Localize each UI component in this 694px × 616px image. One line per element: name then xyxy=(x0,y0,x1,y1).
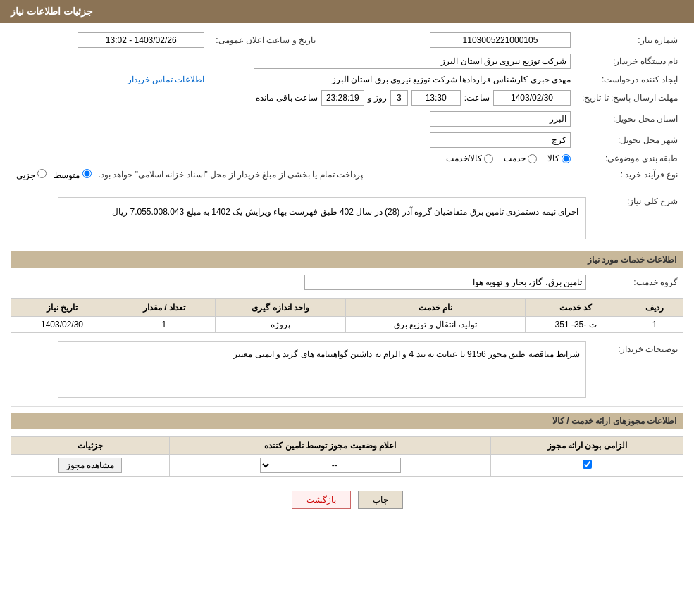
response-days-label: روز و xyxy=(368,93,387,103)
need-description-label: شرح کلی نیاز: xyxy=(592,191,683,246)
response-date-input[interactable] xyxy=(493,90,571,106)
row-buyer-notes: توضیحات خریدار: xyxy=(11,339,683,403)
col-license-status: اعلام وضعیت مجوز توسط نامین کننده xyxy=(170,437,491,455)
creator-text: مهدی خبری کارشناس قراردادها شرکت توزیع ن… xyxy=(332,75,571,84)
creator-label: ایجاد کننده درخواست: xyxy=(576,72,683,87)
service-row-num: 1 xyxy=(626,317,683,333)
services-table-body: 1 ت -35- 351 تولید، انتقال و توزیع برق پ… xyxy=(11,317,683,333)
category-radio-group: کالا/خدمت خدمت کالا xyxy=(16,153,571,163)
buyer-org-label: نام دستگاه خریدار: xyxy=(576,51,683,72)
response-deadline-row: ساعت: 3 روز و 23:28:19 ساعت باقی مانده xyxy=(16,90,571,106)
buyer-notes-textarea[interactable] xyxy=(58,341,586,398)
service-date: 1403/02/30 xyxy=(11,317,113,333)
license-table-body: -- مشاهده مجوز xyxy=(11,455,683,477)
row-delivery-province: استان محل تحویل: xyxy=(11,108,683,130)
col-service-code: کد خدمت xyxy=(526,299,626,317)
buyer-notes-label: توضیحات خریدار: xyxy=(592,339,683,403)
response-days-value: 3 xyxy=(390,90,408,106)
service-row-1: 1 ت -35- 351 تولید، انتقال و توزیع برق پ… xyxy=(11,317,683,333)
print-button[interactable]: چاپ xyxy=(358,491,403,509)
view-license-button[interactable]: مشاهده مجوز xyxy=(58,458,122,473)
buyer-org-value xyxy=(11,51,576,72)
announcement-date-input[interactable] xyxy=(78,32,204,48)
licenses-section-header: اطلاعات مجوزهای ارائه خدمت / کالا xyxy=(11,413,683,429)
process-type-radio-mutavasit[interactable] xyxy=(82,169,92,178)
page-title: جزئیات اطلاعات نیاز xyxy=(11,6,93,17)
main-info-table: شماره نیاز: تاریخ و ساعت اعلان عمومی: نا… xyxy=(11,30,683,183)
page-header: جزئیات اطلاعات نیاز xyxy=(0,0,694,23)
license-required-cell xyxy=(491,455,683,477)
footer-buttons: چاپ بازگشت xyxy=(11,491,683,509)
response-countdown-suffix: ساعت باقی مانده xyxy=(256,93,318,103)
service-group-input[interactable] xyxy=(304,275,586,290)
license-table: الزامی بودن ارائه مجوز اعلام وضعیت مجوز … xyxy=(11,436,683,477)
col-quantity: تعداد / مقدار xyxy=(113,299,216,317)
service-quantity: 1 xyxy=(113,317,216,333)
buyer-org-input[interactable] xyxy=(254,54,571,69)
buyer-notes-table: توضیحات خریدار: xyxy=(11,339,683,403)
need-number-value xyxy=(357,30,576,51)
need-number-input[interactable] xyxy=(430,32,571,48)
license-status-cell: -- xyxy=(170,455,491,477)
col-row-num: ردیف xyxy=(626,299,683,317)
announcement-date-label: تاریخ و ساعت اعلان عمومی: xyxy=(210,30,321,51)
page-wrapper: جزئیات اطلاعات نیاز شماره نیاز: تاریخ و … xyxy=(0,0,694,616)
response-time-label: ساعت: xyxy=(464,93,490,103)
category-label: طبقه بندی موضوعی: xyxy=(576,151,683,166)
delivery-province-label: استان محل تحویل: xyxy=(576,108,683,130)
delivery-city-label: شهر محل تحویل: xyxy=(576,130,683,151)
creator-contact-link[interactable]: اطلاعات تماس خریدار xyxy=(128,75,205,84)
service-group-table: گروه خدمت: xyxy=(11,272,683,293)
category-option-khadamat[interactable]: خدمت xyxy=(504,153,537,163)
row-process-type: نوع فرآیند خرید : پرداخت تمام یا بخشی از… xyxy=(11,166,683,183)
response-countdown: 23:28:19 xyxy=(321,90,364,106)
row-category: طبقه بندی موضوعی: کالا/خدمت خدمت xyxy=(11,151,683,166)
license-table-head: الزامی بودن ارائه مجوز اعلام وضعیت مجوز … xyxy=(11,437,683,455)
service-code: ت -35- 351 xyxy=(526,317,626,333)
need-number-label: شماره نیاز: xyxy=(576,30,683,51)
service-unit: پروژه xyxy=(215,317,346,333)
row-need-description: شرح کلی نیاز: اجرای نیمه دستمزدی تامین ب… xyxy=(11,191,683,246)
separator-1 xyxy=(11,187,683,187)
need-description-box: اجرای نیمه دستمزدی تامین برق متقاضیان گر… xyxy=(58,197,586,239)
col-date: تاریخ نیاز xyxy=(11,299,113,317)
row-buyer-org: نام دستگاه خریدار: xyxy=(11,51,683,72)
response-deadline-label: مهلت ارسال پاسخ: تا تاریخ: xyxy=(576,87,683,108)
row-need-number: شماره نیاز: تاریخ و ساعت اعلان عمومی: xyxy=(11,30,683,51)
need-description-table: شرح کلی نیاز: اجرای نیمه دستمزدی تامین ب… xyxy=(11,191,683,246)
services-table-head: ردیف کد خدمت نام خدمت واحد اندازه گیری ت… xyxy=(11,299,683,317)
delivery-city-input[interactable] xyxy=(430,132,571,148)
category-radio-kala-khadamat[interactable] xyxy=(484,154,493,163)
category-radio-kala[interactable] xyxy=(562,154,571,163)
col-service-name: نام خدمت xyxy=(346,299,526,317)
row-response-deadline: مهلت ارسال پاسخ: تا تاریخ: ساعت: 3 روز و… xyxy=(11,87,683,108)
service-group-label: گروه خدمت: xyxy=(592,272,683,293)
delivery-province-input[interactable] xyxy=(430,111,571,127)
announcement-date-value xyxy=(11,30,210,51)
process-type-note: پرداخت تمام یا بخشی از مبلغ خریدار از مح… xyxy=(99,170,363,180)
response-time-input[interactable] xyxy=(411,90,461,106)
category-option-kala[interactable]: کالا xyxy=(547,153,571,163)
process-type-radio-jozi[interactable] xyxy=(37,169,47,178)
license-details-cell: مشاهده مجوز xyxy=(11,455,170,477)
back-button[interactable]: بازگشت xyxy=(292,491,351,509)
col-license-required: الزامی بودن ارائه مجوز xyxy=(491,437,683,455)
col-license-details: جزئیات xyxy=(11,437,170,455)
services-table: ردیف کد خدمت نام خدمت واحد اندازه گیری ت… xyxy=(11,298,683,333)
process-type-label: نوع فرآیند خرید : xyxy=(576,166,683,183)
separator-2 xyxy=(11,406,683,407)
content-area: شماره نیاز: تاریخ و ساعت اعلان عمومی: نا… xyxy=(0,23,694,530)
process-type-option-mutavasit[interactable]: متوسط xyxy=(54,169,91,180)
license-required-checkbox[interactable] xyxy=(583,460,592,469)
process-type-option-jozi[interactable]: جزیی xyxy=(16,169,47,180)
row-service-group: گروه خدمت: xyxy=(11,272,683,293)
service-name: تولید، انتقال و توزیع برق xyxy=(346,317,526,333)
category-radio-khadamat[interactable] xyxy=(528,154,537,163)
row-creator: ایجاد کننده درخواست: مهدی خبری کارشناس ق… xyxy=(11,72,683,87)
license-status-select[interactable]: -- xyxy=(260,458,401,473)
process-type-row: پرداخت تمام یا بخشی از مبلغ خریدار از مح… xyxy=(16,169,571,180)
services-section-header: اطلاعات خدمات مورد نیاز xyxy=(11,251,683,268)
col-unit: واحد اندازه گیری xyxy=(215,299,346,317)
creator-value: مهدی خبری کارشناس قراردادها شرکت توزیع ن… xyxy=(210,72,576,87)
category-option-kala-khadamat[interactable]: کالا/خدمت xyxy=(446,153,493,163)
